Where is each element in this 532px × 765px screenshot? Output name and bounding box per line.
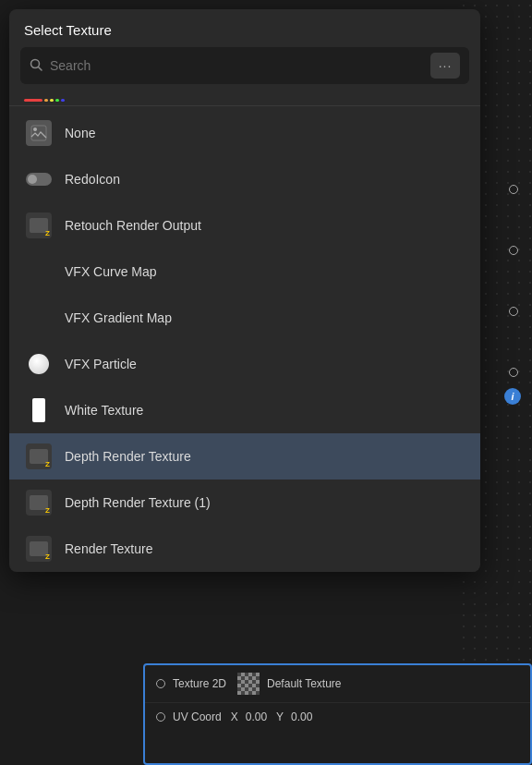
- list-item-none[interactable]: None: [9, 110, 480, 156]
- uvcoord-circle-icon: [156, 712, 165, 722]
- render-texture-label: Render Texture: [65, 541, 152, 556]
- none-icon: [24, 118, 54, 148]
- render-texture-inner: [30, 541, 48, 556]
- list-item-depth-render[interactable]: Depth Render Texture: [9, 433, 480, 480]
- uvcoord-row[interactable]: UV Coord X 0.00 Y 0.00: [145, 703, 530, 731]
- redolcon-shape: [26, 173, 52, 186]
- more-dots-icon: ···: [439, 58, 453, 73]
- retouch-render-icon: [26, 212, 52, 238]
- y-label: Y: [276, 710, 284, 723]
- uvcoord-label: UV Coord: [173, 710, 222, 723]
- list-item-retouch[interactable]: Retouch Render Output: [9, 202, 480, 249]
- right-side-circles: [509, 185, 518, 377]
- list-item-redolcon[interactable]: RedoIcon: [9, 156, 480, 202]
- vfx-curve-label: VFX Curve Map: [65, 264, 157, 279]
- texture-circle-icon: [156, 679, 165, 688]
- divider: [9, 105, 480, 106]
- color-seg-orange: [44, 99, 48, 102]
- select-texture-panel: Select Texture ···: [9, 9, 480, 572]
- vfx-particle-icon: [24, 349, 54, 379]
- render-texture-shape: [26, 536, 52, 562]
- render-inner-shape: [30, 218, 48, 233]
- redolcon-label: RedoIcon: [65, 172, 120, 187]
- depth-render-shape: [26, 443, 52, 469]
- right-circle-4: [509, 368, 518, 377]
- texture-preview-swatch: [237, 673, 260, 695]
- search-input[interactable]: [50, 58, 423, 73]
- info-indicator[interactable]: [504, 388, 521, 405]
- depth-render-1-shape: [26, 490, 52, 516]
- none-image-icon: [26, 120, 52, 146]
- y-value: 0.00: [291, 710, 312, 723]
- depth-render-1-label: Depth Render Texture (1): [65, 495, 211, 510]
- texture-row[interactable]: Texture 2D Default Texture: [145, 665, 530, 703]
- white-texture-icon: [24, 395, 54, 425]
- depth-render-inner: [30, 449, 48, 464]
- render-texture-icon: [24, 534, 54, 564]
- list-item-vfx-gradient[interactable]: VFX Gradient Map: [9, 295, 480, 341]
- right-circle-1: [509, 185, 518, 194]
- texture-list: None RedoIcon Retouch Render Output VFX …: [9, 110, 480, 572]
- list-item-vfx-particle[interactable]: VFX Particle: [9, 341, 480, 387]
- color-seg-blue: [61, 99, 65, 102]
- svg-line-1: [39, 67, 42, 70]
- search-bar[interactable]: ···: [20, 47, 469, 84]
- x-value: 0.00: [246, 710, 267, 723]
- svg-rect-2: [31, 126, 46, 140]
- search-icon: [30, 58, 42, 74]
- bottom-panel: Texture 2D Default Texture UV Coord X 0.…: [143, 663, 532, 765]
- texture-default-name: Default Texture: [267, 677, 342, 690]
- depth-render-1-icon: [24, 488, 54, 517]
- list-item-depth-render-1[interactable]: Depth Render Texture (1): [9, 480, 480, 526]
- list-item-white-texture[interactable]: White Texture: [9, 387, 480, 433]
- color-seg-red: [24, 99, 42, 102]
- color-seg-green: [55, 99, 59, 102]
- particle-circle-icon: [29, 354, 49, 374]
- color-accent-bar: [9, 93, 480, 105]
- color-seg-yellow: [50, 99, 54, 102]
- retouch-label: Retouch Render Output: [65, 218, 201, 233]
- panel-title: Select Texture: [9, 9, 480, 47]
- list-item-vfx-curve[interactable]: VFX Curve Map: [9, 249, 480, 295]
- vfx-curve-icon-placeholder: [24, 257, 54, 286]
- depth-render-label: Depth Render Texture: [65, 449, 191, 464]
- vfx-particle-label: VFX Particle: [65, 357, 137, 371]
- vfx-gradient-label: VFX Gradient Map: [65, 310, 172, 325]
- right-circle-2: [509, 246, 518, 255]
- retouch-icon: [24, 211, 54, 240]
- white-texture-label: White Texture: [65, 403, 143, 418]
- white-rect-icon: [32, 398, 45, 422]
- more-options-button[interactable]: ···: [430, 53, 460, 79]
- svg-point-3: [33, 128, 37, 131]
- redolcon-icon: [24, 164, 54, 194]
- vfx-gradient-icon-placeholder: [24, 303, 54, 333]
- depth-render-1-inner: [30, 495, 48, 510]
- depth-render-icon: [24, 442, 54, 471]
- x-label: X: [231, 710, 238, 723]
- none-label: None: [65, 126, 95, 140]
- texture-label: Texture 2D: [173, 677, 226, 690]
- right-circle-3: [509, 307, 518, 316]
- list-item-render-texture[interactable]: Render Texture: [9, 526, 480, 572]
